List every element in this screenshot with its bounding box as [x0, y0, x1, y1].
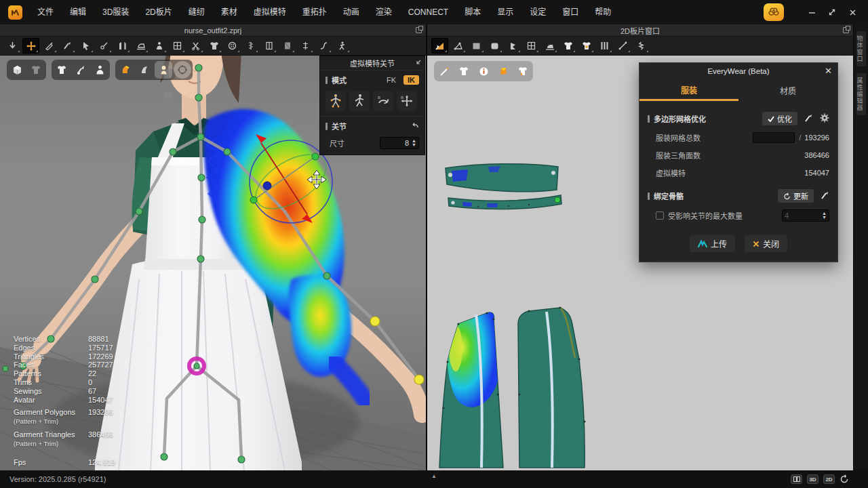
shirt-front-tool[interactable]	[559, 38, 576, 54]
minimize-button[interactable]	[802, 0, 822, 24]
brush-edit-icon[interactable]	[804, 114, 813, 124]
pattern-collar-band-1[interactable]	[446, 164, 558, 192]
drape-iron-tool[interactable]	[132, 38, 149, 54]
pen-tool[interactable]	[41, 38, 58, 54]
rotate-joint-mode-button[interactable]: B	[373, 91, 393, 111]
rounded-rect-tool[interactable]	[486, 38, 503, 54]
update-button[interactable]: 更新	[778, 189, 814, 203]
reset-joints-icon[interactable]	[411, 122, 419, 131]
panel-pin-icon[interactable]	[415, 59, 421, 67]
joint-size-input[interactable]: 8 ▲▼	[380, 137, 419, 149]
close-button[interactable]	[842, 0, 863, 24]
pin-brush-toggle[interactable]	[72, 61, 90, 79]
undock-pane-icon[interactable]	[416, 27, 422, 33]
zipper-tool[interactable]	[242, 38, 259, 54]
needle-toggle[interactable]	[435, 62, 453, 80]
pattern-bodice-left[interactable]	[439, 308, 503, 468]
line-tool[interactable]	[614, 38, 631, 54]
tab-material[interactable]: 材质	[738, 81, 837, 101]
close-everywear-button[interactable]: 关闭	[745, 235, 787, 252]
fold-left-tool[interactable]	[260, 38, 277, 54]
transform-pattern-tool[interactable]	[431, 38, 448, 54]
optimize-button[interactable]: 优化	[762, 112, 797, 125]
menu-script[interactable]: 脚本	[456, 0, 489, 24]
info-toggle[interactable]	[475, 62, 492, 80]
dart-tool[interactable]	[505, 38, 521, 54]
menu-settings[interactable]: 设定	[521, 0, 554, 24]
menu-retopology[interactable]: 重拓扑	[294, 0, 335, 24]
viewport-3d[interactable]: Vertices88881 Edges175717 Triangles17226…	[0, 56, 426, 470]
menu-connect[interactable]: CONNECT	[400, 0, 456, 24]
tweak-cursor-tool[interactable]	[77, 38, 94, 54]
show-3d-window-button[interactable]: 3D	[807, 474, 818, 484]
rect-pattern-tool[interactable]	[468, 38, 485, 54]
avatar-tape-tool[interactable]	[151, 38, 167, 54]
max-joints-input[interactable]: 4 ▲▼	[782, 209, 829, 222]
split-view-button[interactable]	[791, 474, 802, 484]
menu-edit[interactable]: 编辑	[62, 0, 94, 24]
shirt-2d-toggle[interactable]	[455, 62, 473, 80]
gear-icon[interactable]	[820, 113, 829, 124]
pose-walk-tool[interactable]	[334, 38, 351, 54]
max-joints-checkbox[interactable]	[656, 211, 664, 220]
scissors-tool[interactable]	[187, 38, 204, 54]
upload-button[interactable]: 上传	[690, 235, 735, 252]
pattern-collar-band-2[interactable]	[448, 195, 561, 209]
shirt-back-tool[interactable]	[578, 38, 595, 54]
curve-hook-tool[interactable]	[315, 38, 332, 54]
iron-tool[interactable]	[541, 38, 558, 54]
fk-mode-button[interactable]: FK	[383, 75, 399, 85]
brush-tool[interactable]	[59, 38, 76, 54]
menu-avatar[interactable]: 虚拟模特	[245, 0, 294, 24]
head-toggle[interactable]	[155, 61, 172, 79]
shirt-tool[interactable]	[205, 38, 222, 54]
pattern-bodice-right[interactable]	[518, 306, 586, 468]
garment-dim-toggle[interactable]	[27, 61, 45, 79]
quad-grid-tool[interactable]	[169, 38, 186, 54]
fabric-strain-toggle[interactable]	[117, 61, 134, 79]
menu-display[interactable]: 显示	[489, 0, 521, 24]
everywear-close-icon[interactable]: ✕	[825, 66, 832, 76]
ik-mode-button[interactable]: IK	[403, 75, 419, 85]
shine-toggle[interactable]	[136, 61, 153, 79]
menu-material[interactable]: 素材	[213, 0, 245, 24]
tab-garment[interactable]: 服装	[639, 81, 738, 101]
vertical-tab-object-window[interactable]: 物体窗口	[856, 31, 866, 66]
zigzag-tool[interactable]	[633, 38, 650, 54]
move-gizmo-tool[interactable]	[22, 38, 39, 54]
mesh-cube-toggle[interactable]	[8, 61, 26, 79]
menu-animation[interactable]: 动画	[335, 0, 368, 24]
restore-button[interactable]	[822, 0, 842, 24]
edit-point-tool[interactable]	[96, 38, 113, 54]
pattern-swatch-toggle[interactable]	[494, 62, 512, 80]
vertical-tab-property-editor[interactable]: 属性编辑器	[856, 73, 866, 115]
sync-icon[interactable]	[840, 474, 849, 485]
seam-grid-tool[interactable]	[523, 38, 540, 54]
menu-file[interactable]: 文件	[29, 0, 62, 24]
shirt-toggle[interactable]	[53, 61, 71, 79]
button-tool[interactable]	[224, 38, 241, 54]
garment-pair-tool[interactable]	[114, 38, 131, 54]
viewport-2d[interactable]: EveryWear (Beta) ✕ 服装 材质 多边形网格优化	[427, 56, 853, 470]
menu-render[interactable]: 渲染	[368, 0, 400, 24]
pleats-tool[interactable]	[596, 38, 613, 54]
undock-pane-icon[interactable]	[843, 27, 849, 33]
avatar-toggle[interactable]	[91, 61, 108, 79]
show-2d-window-button[interactable]: 2D	[823, 474, 835, 484]
expand-statusbar-arrow[interactable]: ▲	[431, 473, 437, 479]
measure-tool[interactable]	[297, 38, 314, 54]
menu-3d-garment[interactable]: 3D服装	[94, 0, 137, 24]
joint-size-steppers[interactable]: ▲▼	[412, 139, 416, 147]
brand-knot-icon[interactable]	[764, 3, 784, 21]
max-joints-steppers[interactable]: ▲▼	[822, 211, 827, 220]
gizmo-target-toggle[interactable]	[174, 61, 191, 79]
pose-joints-mode-button[interactable]	[326, 91, 346, 111]
shirt-pattern-toggle[interactable]	[514, 62, 532, 80]
menu-window[interactable]: 窗口	[554, 0, 587, 24]
menu-sewing[interactable]: 缝纫	[180, 0, 213, 24]
edit-pattern-tool[interactable]	[450, 38, 467, 54]
fold-right-tool[interactable]	[279, 38, 296, 54]
menu-help[interactable]: 帮助	[587, 0, 619, 24]
pose-figure-mode-button[interactable]	[349, 91, 370, 111]
history-arrow-tool[interactable]	[4, 38, 21, 54]
